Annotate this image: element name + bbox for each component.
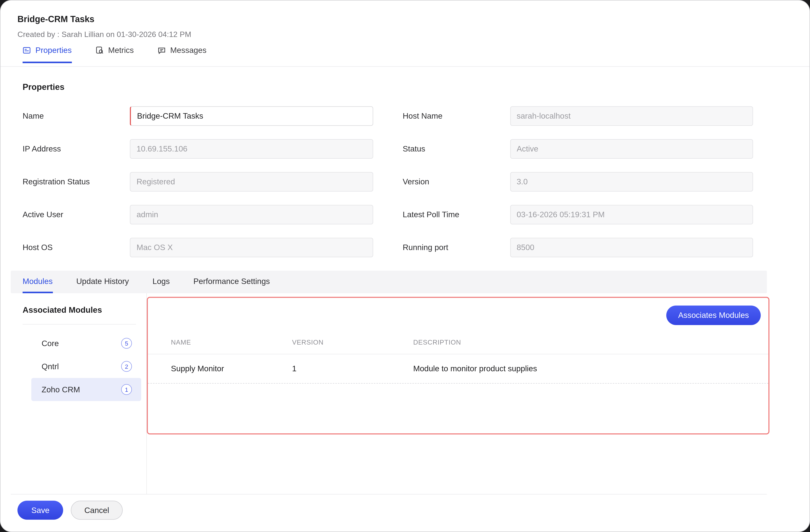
app-window: Bridge-CRM Tasks Created by : Sarah Lill… (0, 0, 810, 532)
subtab-update-history[interactable]: Update History (76, 271, 129, 293)
modules-sidebar: Associated Modules Core 5 Qntrl 2 Zoho C… (1, 293, 147, 494)
latest-poll-time-input (510, 205, 753, 224)
subtab-performance-settings[interactable]: Performance Settings (193, 271, 270, 293)
field-latest-poll-time-label: Latest Poll Time (403, 210, 510, 219)
modules-content: Associates Modules NAME VERSION DESCRIPT… (147, 293, 809, 494)
associated-modules-heading: Associated Modules (22, 306, 146, 315)
module-item-core-label: Core (42, 339, 59, 348)
version-input (510, 172, 753, 192)
registration-status-input (130, 172, 373, 192)
host-name-input (510, 106, 753, 126)
properties-card-icon (22, 46, 31, 54)
modules-table-header: NAME VERSION DESCRIPTION (148, 330, 768, 354)
main-tab-bar: Properties Metrics (1, 46, 809, 67)
field-running-port: Running port (403, 238, 753, 257)
field-status-label: Status (403, 144, 510, 154)
module-count-badge: 1 (121, 384, 132, 395)
tab-metrics-label: Metrics (108, 46, 134, 55)
module-item-zoho-crm-label: Zoho CRM (42, 385, 80, 394)
field-host-os-label: Host OS (22, 243, 130, 252)
tab-properties[interactable]: Properties (22, 46, 72, 63)
page-header: Bridge-CRM Tasks Created by : Sarah Lill… (1, 1, 809, 38)
module-item-qntrl[interactable]: Qntrl 2 (31, 355, 141, 378)
modules-panel-toolbar: Associates Modules (148, 298, 768, 325)
associates-modules-button[interactable]: Associates Modules (666, 306, 761, 325)
module-count-badge: 2 (121, 361, 132, 372)
column-header-version: VERSION (292, 338, 413, 346)
subtab-bar: Modules Update History Logs Performance … (11, 271, 767, 293)
field-active-user-label: Active User (22, 210, 130, 219)
module-count-badge: 5 (121, 338, 132, 349)
modules-area: Associated Modules Core 5 Qntrl 2 Zoho C… (1, 293, 809, 494)
field-ip-address: IP Address (22, 139, 373, 159)
field-host-name: Host Name (403, 106, 753, 126)
messages-bubble-icon (158, 46, 166, 54)
column-header-description: DESCRIPTION (413, 338, 756, 346)
field-registration-status: Registration Status (22, 172, 373, 192)
field-status: Status (403, 139, 753, 159)
table-row: Supply Monitor 1 Module to monitor produ… (148, 354, 768, 384)
field-name: Name (22, 106, 373, 126)
stage: Bridge-CRM Tasks Created by : Sarah Lill… (0, 0, 810, 532)
module-item-zoho-crm[interactable]: Zoho CRM 1 (31, 378, 141, 401)
footer-action-bar: Save Cancel (11, 494, 767, 520)
cell-module-version: 1 (292, 364, 413, 373)
field-name-label: Name (22, 111, 130, 121)
column-header-name: NAME (171, 338, 292, 346)
tab-metrics[interactable]: Metrics (95, 46, 134, 63)
cell-module-name: Supply Monitor (171, 364, 292, 373)
field-active-user: Active User (22, 205, 373, 224)
ip-address-input (130, 139, 373, 159)
field-version: Version (403, 172, 753, 192)
tab-properties-label: Properties (35, 46, 72, 55)
modules-divider (22, 324, 136, 324)
properties-form: Name Host Name IP Address Status Registr… (1, 92, 809, 257)
tab-messages-label: Messages (170, 46, 207, 55)
field-host-os: Host OS (22, 238, 373, 257)
module-item-core[interactable]: Core 5 (31, 332, 141, 355)
field-latest-poll-time: Latest Poll Time (403, 205, 753, 224)
running-port-input (510, 238, 753, 257)
field-version-label: Version (403, 177, 510, 187)
metrics-magnifier-icon (95, 46, 103, 54)
subtab-logs[interactable]: Logs (152, 271, 170, 293)
module-item-qntrl-label: Qntrl (42, 362, 59, 371)
active-user-input (130, 205, 373, 224)
modules-highlight-panel: Associates Modules NAME VERSION DESCRIPT… (147, 297, 770, 434)
subtab-modules[interactable]: Modules (22, 271, 53, 293)
page-subtitle: Created by : Sarah Lillian on 01-30-2026… (17, 30, 809, 38)
field-running-port-label: Running port (403, 243, 510, 252)
host-os-input (130, 238, 373, 257)
tab-messages[interactable]: Messages (158, 46, 207, 63)
field-registration-status-label: Registration Status (22, 177, 130, 187)
field-ip-address-label: IP Address (22, 144, 130, 154)
cell-module-description: Module to monitor product supplies (413, 364, 756, 373)
page-title: Bridge-CRM Tasks (17, 14, 809, 25)
cancel-button[interactable]: Cancel (71, 501, 123, 520)
name-input[interactable] (130, 106, 373, 126)
status-input (510, 139, 753, 159)
save-button[interactable]: Save (17, 501, 63, 520)
field-host-name-label: Host Name (403, 111, 510, 121)
properties-section-title: Properties (22, 82, 809, 92)
modules-table: NAME VERSION DESCRIPTION Supply Monitor … (148, 330, 768, 384)
